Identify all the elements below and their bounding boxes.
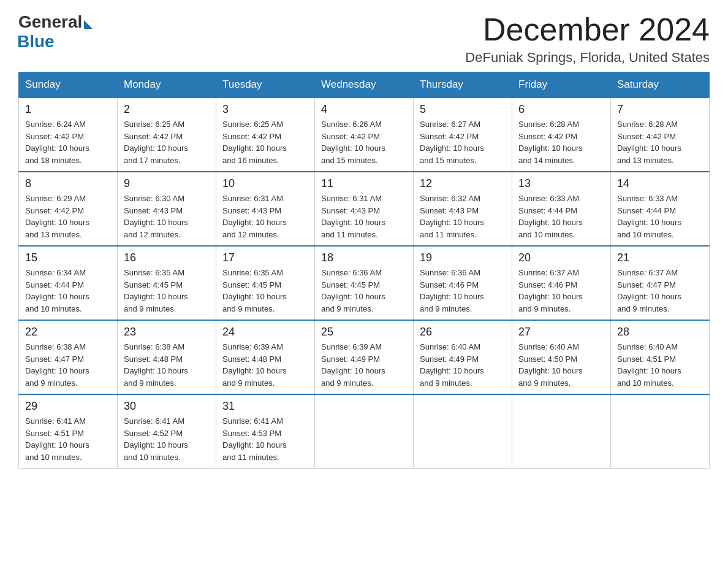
day-detail: Sunrise: 6:28 AMSunset: 4:42 PMDaylight:… <box>617 118 703 166</box>
logo-arrow-icon <box>84 20 93 29</box>
calendar-cell: 19 Sunrise: 6:36 AMSunset: 4:46 PMDaylig… <box>414 246 512 320</box>
calendar-week-4: 22 Sunrise: 6:38 AMSunset: 4:47 PMDaylig… <box>19 320 710 394</box>
calendar-cell: 18 Sunrise: 6:36 AMSunset: 4:45 PMDaylig… <box>315 246 414 320</box>
logo-blue-text: Blue <box>17 32 55 52</box>
day-detail: Sunrise: 6:28 AMSunset: 4:42 PMDaylight:… <box>518 118 604 166</box>
day-number: 22 <box>25 326 111 339</box>
calendar-cell: 25 Sunrise: 6:39 AMSunset: 4:49 PMDaylig… <box>315 320 414 394</box>
day-number: 6 <box>518 103 604 116</box>
day-detail: Sunrise: 6:25 AMSunset: 4:42 PMDaylight:… <box>222 118 308 166</box>
calendar-cell: 17 Sunrise: 6:35 AMSunset: 4:45 PMDaylig… <box>216 246 315 320</box>
day-number: 30 <box>124 400 210 413</box>
header-friday: Friday <box>512 72 611 98</box>
day-detail: Sunrise: 6:31 AMSunset: 4:43 PMDaylight:… <box>222 193 308 240</box>
calendar-week-1: 1 Sunrise: 6:24 AMSunset: 4:42 PMDayligh… <box>19 98 710 172</box>
day-number: 24 <box>222 326 308 339</box>
calendar-cell <box>414 394 512 469</box>
day-number: 14 <box>617 177 703 190</box>
calendar-cell: 21 Sunrise: 6:37 AMSunset: 4:47 PMDaylig… <box>611 246 710 320</box>
calendar-header-row: SundayMondayTuesdayWednesdayThursdayFrid… <box>19 72 710 98</box>
day-number: 26 <box>420 326 506 339</box>
day-detail: Sunrise: 6:35 AMSunset: 4:45 PMDaylight:… <box>222 267 308 315</box>
calendar-cell: 3 Sunrise: 6:25 AMSunset: 4:42 PMDayligh… <box>216 98 315 172</box>
day-detail: Sunrise: 6:36 AMSunset: 4:45 PMDaylight:… <box>321 267 407 315</box>
calendar-cell: 22 Sunrise: 6:38 AMSunset: 4:47 PMDaylig… <box>19 320 118 394</box>
calendar-cell: 11 Sunrise: 6:31 AMSunset: 4:43 PMDaylig… <box>315 172 414 246</box>
calendar-cell: 2 Sunrise: 6:25 AMSunset: 4:42 PMDayligh… <box>118 98 216 172</box>
header-wednesday: Wednesday <box>315 72 414 98</box>
day-number: 4 <box>321 103 407 116</box>
day-detail: Sunrise: 6:27 AMSunset: 4:42 PMDaylight:… <box>420 118 506 166</box>
day-detail: Sunrise: 6:37 AMSunset: 4:47 PMDaylight:… <box>617 267 703 315</box>
calendar-cell: 13 Sunrise: 6:33 AMSunset: 4:44 PMDaylig… <box>512 172 611 246</box>
calendar-cell: 31 Sunrise: 6:41 AMSunset: 4:53 PMDaylig… <box>216 394 315 469</box>
month-title: December 2024 <box>465 12 710 47</box>
day-detail: Sunrise: 6:37 AMSunset: 4:46 PMDaylight:… <box>518 267 604 315</box>
day-number: 11 <box>321 177 407 190</box>
day-number: 5 <box>420 103 506 116</box>
day-detail: Sunrise: 6:39 AMSunset: 4:48 PMDaylight:… <box>222 341 308 389</box>
day-number: 19 <box>420 251 506 264</box>
calendar-cell: 8 Sunrise: 6:29 AMSunset: 4:42 PMDayligh… <box>19 172 118 246</box>
day-number: 3 <box>222 103 308 116</box>
calendar-cell: 7 Sunrise: 6:28 AMSunset: 4:42 PMDayligh… <box>611 98 710 172</box>
calendar-cell: 4 Sunrise: 6:26 AMSunset: 4:42 PMDayligh… <box>315 98 414 172</box>
day-number: 23 <box>124 326 210 339</box>
day-number: 25 <box>321 326 407 339</box>
day-detail: Sunrise: 6:41 AMSunset: 4:51 PMDaylight:… <box>25 415 111 463</box>
day-detail: Sunrise: 6:38 AMSunset: 4:47 PMDaylight:… <box>25 341 111 389</box>
calendar-cell: 15 Sunrise: 6:34 AMSunset: 4:44 PMDaylig… <box>19 246 118 320</box>
day-number: 27 <box>518 326 604 339</box>
calendar-cell: 24 Sunrise: 6:39 AMSunset: 4:48 PMDaylig… <box>216 320 315 394</box>
calendar-cell <box>512 394 611 469</box>
day-number: 29 <box>25 400 111 413</box>
day-detail: Sunrise: 6:40 AMSunset: 4:49 PMDaylight:… <box>420 341 506 389</box>
day-detail: Sunrise: 6:39 AMSunset: 4:49 PMDaylight:… <box>321 341 407 389</box>
day-number: 16 <box>124 251 210 264</box>
calendar-cell: 5 Sunrise: 6:27 AMSunset: 4:42 PMDayligh… <box>414 98 512 172</box>
calendar-cell: 27 Sunrise: 6:40 AMSunset: 4:50 PMDaylig… <box>512 320 611 394</box>
calendar-cell: 9 Sunrise: 6:30 AMSunset: 4:43 PMDayligh… <box>118 172 216 246</box>
header-thursday: Thursday <box>414 72 512 98</box>
day-number: 1 <box>25 103 111 116</box>
day-number: 10 <box>222 177 308 190</box>
calendar-cell: 20 Sunrise: 6:37 AMSunset: 4:46 PMDaylig… <box>512 246 611 320</box>
calendar-week-2: 8 Sunrise: 6:29 AMSunset: 4:42 PMDayligh… <box>19 172 710 246</box>
header-monday: Monday <box>118 72 216 98</box>
calendar-cell: 26 Sunrise: 6:40 AMSunset: 4:49 PMDaylig… <box>414 320 512 394</box>
calendar-cell <box>315 394 414 469</box>
day-number: 28 <box>617 326 703 339</box>
day-number: 21 <box>617 251 703 264</box>
day-detail: Sunrise: 6:33 AMSunset: 4:44 PMDaylight:… <box>518 193 604 240</box>
calendar-table: SundayMondayTuesdayWednesdayThursdayFrid… <box>18 72 710 469</box>
day-detail: Sunrise: 6:41 AMSunset: 4:53 PMDaylight:… <box>222 415 308 463</box>
location-title: DeFuniak Springs, Florida, United States <box>465 50 710 66</box>
day-number: 13 <box>518 177 604 190</box>
day-number: 9 <box>124 177 210 190</box>
day-detail: Sunrise: 6:31 AMSunset: 4:43 PMDaylight:… <box>321 193 407 240</box>
logo: General Blue <box>18 12 93 52</box>
calendar-cell: 23 Sunrise: 6:38 AMSunset: 4:48 PMDaylig… <box>118 320 216 394</box>
calendar-week-5: 29 Sunrise: 6:41 AMSunset: 4:51 PMDaylig… <box>19 394 710 469</box>
title-area: December 2024 DeFuniak Springs, Florida,… <box>465 12 710 66</box>
day-detail: Sunrise: 6:40 AMSunset: 4:51 PMDaylight:… <box>617 341 703 389</box>
header-sunday: Sunday <box>19 72 118 98</box>
header-tuesday: Tuesday <box>216 72 315 98</box>
page-header: General Blue December 2024 DeFuniak Spri… <box>18 12 710 66</box>
day-number: 2 <box>124 103 210 116</box>
day-number: 15 <box>25 251 111 264</box>
calendar-cell: 30 Sunrise: 6:41 AMSunset: 4:52 PMDaylig… <box>118 394 216 469</box>
day-detail: Sunrise: 6:25 AMSunset: 4:42 PMDaylight:… <box>124 118 210 166</box>
calendar-cell: 6 Sunrise: 6:28 AMSunset: 4:42 PMDayligh… <box>512 98 611 172</box>
day-detail: Sunrise: 6:30 AMSunset: 4:43 PMDaylight:… <box>124 193 210 240</box>
day-number: 7 <box>617 103 703 116</box>
day-detail: Sunrise: 6:41 AMSunset: 4:52 PMDaylight:… <box>124 415 210 463</box>
calendar-week-3: 15 Sunrise: 6:34 AMSunset: 4:44 PMDaylig… <box>19 246 710 320</box>
calendar-cell: 16 Sunrise: 6:35 AMSunset: 4:45 PMDaylig… <box>118 246 216 320</box>
day-detail: Sunrise: 6:34 AMSunset: 4:44 PMDaylight:… <box>25 267 111 315</box>
day-number: 12 <box>420 177 506 190</box>
day-number: 31 <box>222 400 308 413</box>
day-number: 8 <box>25 177 111 190</box>
day-detail: Sunrise: 6:24 AMSunset: 4:42 PMDaylight:… <box>25 118 111 166</box>
day-detail: Sunrise: 6:38 AMSunset: 4:48 PMDaylight:… <box>124 341 210 389</box>
